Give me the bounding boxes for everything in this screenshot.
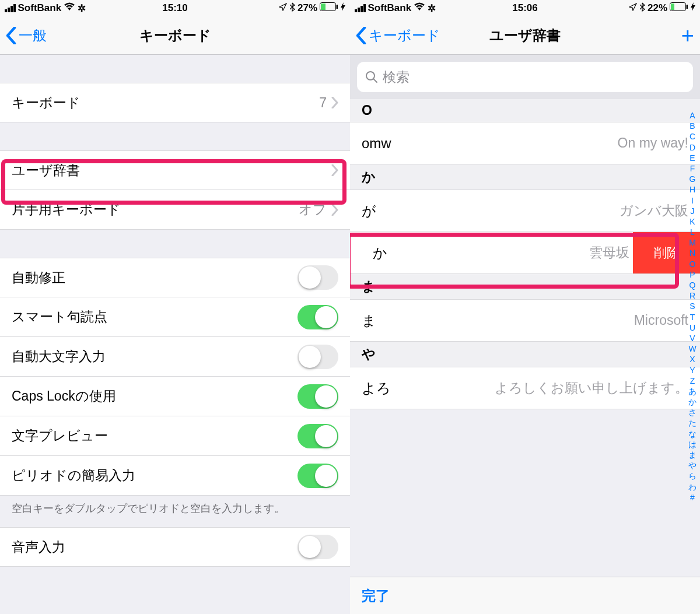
page-title: ユーザ辞書 — [489, 26, 561, 45]
signal-icon — [5, 4, 16, 12]
index-letter[interactable]: N — [690, 248, 695, 258]
row-detail: 7 — [319, 95, 327, 111]
index-letter[interactable]: な — [688, 429, 696, 439]
index-letter[interactable]: E — [690, 153, 695, 163]
battery-icon — [670, 2, 688, 14]
index-letter[interactable]: F — [690, 163, 695, 174]
row-label: スマート句読点 — [12, 308, 298, 326]
right-screen: SoftBank ✲ 15:06 22% キーボード — [350, 0, 700, 614]
index-letter[interactable]: C — [690, 131, 695, 142]
charging-icon — [691, 2, 695, 14]
index-letter[interactable]: X — [690, 354, 695, 364]
toggle-caps-lock[interactable] — [298, 384, 338, 409]
wifi-icon — [64, 2, 75, 14]
index-letter[interactable]: # — [690, 492, 695, 503]
toggle-auto-caps[interactable] — [298, 345, 338, 369]
section-index[interactable]: ABCDEFGHIJKLMNOPQRSTUVWXYZあかさたなはまやらわ# — [686, 110, 699, 503]
done-button[interactable]: 完了 — [362, 587, 390, 605]
entry-shortcut: が — [362, 202, 620, 220]
index-letter[interactable]: R — [690, 290, 695, 301]
index-letter[interactable]: M — [689, 237, 696, 248]
entry-shortcut: よろ — [362, 379, 495, 398]
row-voice-input[interactable]: 音声入力 — [0, 527, 350, 567]
index-letter[interactable]: S — [690, 301, 695, 311]
battery-icon — [320, 2, 338, 14]
row-caps-lock[interactable]: Caps Lockの使用 — [0, 377, 350, 416]
index-letter[interactable]: や — [688, 460, 696, 471]
row-smart-punctuation[interactable]: スマート句読点 — [0, 297, 350, 337]
entry-phrase: よろしくお願い申し上げます。 — [495, 379, 688, 397]
row-keyboard[interactable]: キーボード 7 — [0, 83, 350, 122]
index-letter[interactable]: Y — [690, 365, 695, 376]
row-auto-correct[interactable]: 自動修正 — [0, 258, 350, 297]
index-letter[interactable]: O — [690, 259, 696, 269]
entry-phrase: 雲母坂 — [589, 244, 629, 262]
index-letter[interactable]: あ — [688, 386, 696, 397]
row-label: 自動修正 — [12, 269, 298, 287]
toggle-char-preview[interactable] — [298, 424, 338, 448]
index-letter[interactable]: Q — [690, 280, 696, 290]
index-letter[interactable]: さ — [688, 407, 696, 417]
row-label: 片手用キーボード — [12, 201, 299, 219]
row-label: Caps Lockの使用 — [12, 387, 298, 405]
index-letter[interactable]: V — [690, 333, 695, 343]
index-letter[interactable]: G — [690, 174, 696, 184]
wifi-icon — [414, 2, 425, 14]
battery-percent: 22% — [648, 2, 667, 14]
back-label: キーボード — [369, 26, 440, 45]
index-letter[interactable]: た — [688, 417, 696, 428]
toggle-voice-input[interactable] — [298, 535, 338, 559]
index-letter[interactable]: ら — [688, 471, 696, 481]
row-one-handed[interactable]: 片手用キーボード オフ — [0, 190, 350, 230]
index-letter[interactable]: は — [688, 439, 696, 450]
index-letter[interactable]: P — [690, 269, 695, 280]
index-letter[interactable]: ま — [688, 450, 696, 460]
row-auto-caps[interactable]: 自動大文字入力 — [0, 337, 350, 377]
index-letter[interactable]: W — [688, 343, 696, 354]
section-header-o: O — [350, 99, 700, 122]
index-letter[interactable]: か — [688, 397, 696, 407]
charging-icon — [341, 2, 345, 14]
index-letter[interactable]: A — [690, 110, 695, 121]
bottom-toolbar: 完了 — [350, 577, 700, 614]
index-letter[interactable]: H — [690, 184, 695, 195]
index-letter[interactable]: U — [690, 322, 695, 333]
toggle-smart-punctuation[interactable] — [298, 305, 338, 329]
search-input[interactable]: 検索 — [357, 62, 693, 92]
page-title: キーボード — [139, 26, 211, 45]
battery-percent: 27% — [298, 2, 317, 14]
row-label: 自動大文字入力 — [12, 348, 298, 366]
row-period-shortcut[interactable]: ピリオドの簡易入力 — [0, 456, 350, 496]
bluetooth-icon — [289, 2, 295, 15]
back-button[interactable]: キーボード — [356, 26, 440, 45]
index-letter[interactable]: D — [690, 142, 695, 153]
row-label: 文字プレビュー — [12, 427, 298, 445]
entry-row[interactable]: omw On my way! — [350, 122, 700, 164]
bluetooth-icon — [639, 2, 645, 15]
nav-bar: 一般 キーボード — [0, 16, 350, 55]
index-letter[interactable]: B — [690, 121, 695, 131]
row-char-preview[interactable]: 文字プレビュー — [0, 416, 350, 456]
index-letter[interactable]: Z — [690, 376, 695, 386]
entry-row[interactable]: ま Microsoft — [350, 300, 700, 342]
index-letter[interactable]: J — [691, 206, 695, 216]
back-button[interactable]: 一般 — [6, 26, 47, 45]
index-letter[interactable]: T — [690, 312, 695, 322]
entry-row[interactable]: よろ よろしくお願い申し上げます。 — [350, 367, 700, 409]
add-button[interactable]: + — [681, 24, 694, 47]
nav-bar: キーボード ユーザ辞書 + — [350, 16, 700, 55]
toggle-auto-correct[interactable] — [298, 265, 338, 290]
row-label: キーボード — [12, 94, 319, 112]
loading-icon: ✲ — [428, 2, 436, 15]
index-letter[interactable]: わ — [688, 482, 696, 492]
entry-row-swiped[interactable]: ゙か 雲母坂 削除 — [350, 232, 700, 274]
index-letter[interactable]: K — [690, 216, 695, 227]
row-user-dictionary[interactable]: ユーザ辞書 — [0, 150, 350, 190]
search-icon — [365, 71, 378, 83]
index-letter[interactable]: I — [691, 195, 694, 206]
entry-shortcut: omw — [362, 135, 618, 152]
toggle-period-shortcut[interactable] — [298, 464, 338, 488]
entry-row[interactable]: が ガンバ大阪 — [350, 190, 700, 232]
index-letter[interactable]: L — [690, 227, 695, 237]
entry-phrase: ガンバ大阪 — [620, 202, 688, 220]
